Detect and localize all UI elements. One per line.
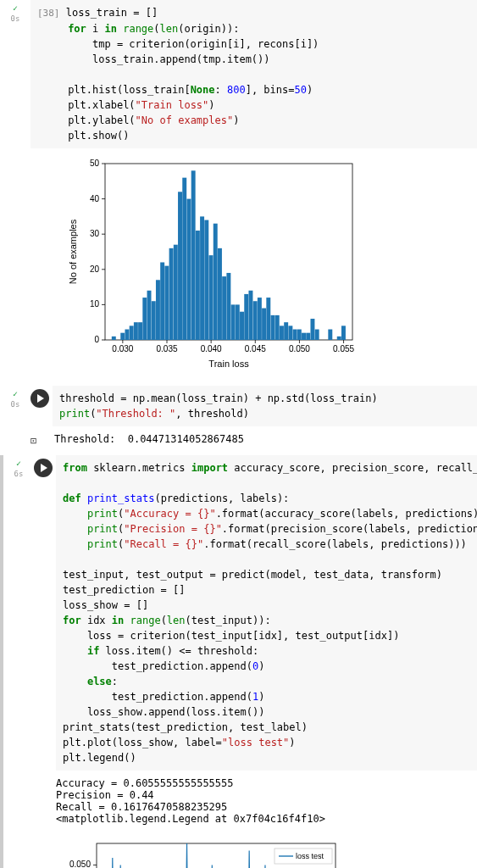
svg-rect-13 — [169, 248, 174, 339]
svg-text:0: 0 — [94, 335, 99, 344]
svg-text:0.050: 0.050 — [69, 860, 91, 868]
svg-text:0.055: 0.055 — [333, 344, 354, 353]
svg-rect-10 — [156, 280, 160, 340]
svg-text:50: 50 — [90, 159, 100, 168]
code-editor[interactable]: from sklearn.metrics import accuracy_sco… — [56, 455, 477, 771]
exec-timing: 6s — [14, 470, 24, 478]
cell-output: Threshold: 0.04471314052867485 — [54, 433, 244, 445]
svg-rect-6 — [138, 322, 142, 340]
exec-timing: 0s — [11, 400, 20, 409]
code-editor[interactable]: threshold = np.mean(loss_train) + np.std… — [53, 386, 477, 426]
svg-rect-30 — [244, 293, 248, 339]
svg-rect-43 — [302, 332, 306, 339]
svg-rect-31 — [248, 290, 252, 339]
svg-rect-21 — [204, 220, 208, 339]
svg-rect-19 — [196, 231, 200, 340]
svg-rect-7 — [142, 298, 147, 340]
check-icon: ✓ — [16, 459, 21, 468]
svg-rect-37 — [275, 314, 280, 339]
exec-count: [38] — [37, 8, 60, 19]
run-button[interactable] — [34, 459, 53, 477]
svg-text:0.045: 0.045 — [245, 344, 266, 353]
svg-rect-14 — [174, 244, 178, 339]
output-icon: ⊡ — [31, 433, 54, 447]
svg-rect-45 — [310, 319, 314, 340]
svg-rect-18 — [191, 170, 196, 340]
code-editor[interactable]: [38] loss_train = [] for i in range(len(… — [31, 0, 477, 148]
svg-rect-38 — [280, 326, 284, 340]
svg-rect-28 — [236, 304, 240, 340]
svg-rect-36 — [271, 314, 275, 339]
code-cell-1: ✓ 0s [38] loss_train = [] for i in range… — [0, 0, 477, 382]
svg-rect-34 — [262, 308, 266, 339]
svg-rect-49 — [341, 326, 346, 340]
svg-rect-8 — [147, 290, 152, 339]
svg-rect-22 — [209, 255, 214, 340]
svg-rect-20 — [200, 216, 204, 340]
svg-rect-23 — [214, 223, 218, 339]
svg-rect-3 — [125, 329, 129, 339]
svg-rect-25 — [222, 276, 226, 340]
svg-rect-16 — [182, 177, 186, 339]
svg-rect-33 — [258, 298, 262, 340]
code-cell-3: ✓ 6s from sklearn.metrics import accurac… — [0, 455, 477, 869]
svg-text:0.050: 0.050 — [289, 344, 310, 353]
svg-rect-40 — [288, 326, 292, 340]
run-button[interactable] — [31, 389, 49, 408]
svg-rect-35 — [266, 298, 270, 340]
svg-text:30: 30 — [90, 229, 100, 238]
svg-rect-2 — [120, 332, 125, 339]
svg-text:40: 40 — [90, 193, 100, 203]
svg-rect-12 — [164, 265, 169, 339]
svg-rect-29 — [240, 311, 244, 339]
svg-rect-9 — [152, 301, 156, 340]
check-icon: ✓ — [13, 389, 18, 398]
svg-rect-41 — [293, 329, 297, 339]
svg-rect-1 — [112, 336, 116, 339]
svg-text:No of examples: No of examples — [68, 219, 78, 284]
svg-rect-24 — [218, 248, 222, 339]
svg-text:0.035: 0.035 — [156, 344, 177, 353]
cell-gutter: ✓ 6s — [3, 455, 34, 869]
svg-rect-46 — [315, 329, 319, 339]
svg-text:10: 10 — [90, 299, 100, 309]
svg-rect-5 — [134, 322, 138, 340]
line-plot: 02550751001251501750.0300.0350.0400.0450… — [56, 835, 477, 869]
svg-text:0.040: 0.040 — [201, 344, 222, 353]
cell-output: Accuracy = 0.6055555555555555 Precision … — [56, 777, 477, 825]
histogram-plot: 0.0300.0350.0400.0450.0500.0550102030405… — [64, 155, 477, 376]
svg-rect-26 — [226, 272, 230, 339]
svg-rect-48 — [337, 336, 341, 339]
exec-timing: 0s — [11, 14, 20, 23]
svg-rect-15 — [178, 192, 182, 340]
cell-gutter: ✓ 0s — [0, 386, 31, 426]
svg-rect-27 — [231, 304, 236, 340]
svg-rect-44 — [306, 332, 310, 339]
check-icon: ✓ — [13, 3, 18, 13]
code-cell-2: ✓ 0s threshold = np.mean(loss_train) + n… — [0, 386, 477, 426]
svg-rect-17 — [186, 198, 191, 339]
svg-rect-39 — [284, 322, 288, 340]
svg-rect-4 — [130, 326, 134, 340]
svg-text:20: 20 — [90, 264, 100, 273]
svg-rect-47 — [328, 329, 332, 339]
cell-gutter: ✓ 0s — [0, 0, 31, 382]
svg-text:loss test: loss test — [296, 852, 324, 860]
svg-rect-11 — [160, 262, 164, 340]
svg-text:0.030: 0.030 — [112, 344, 133, 353]
svg-rect-42 — [297, 329, 302, 339]
svg-rect-32 — [253, 301, 258, 340]
svg-text:Train loss: Train loss — [208, 359, 249, 369]
